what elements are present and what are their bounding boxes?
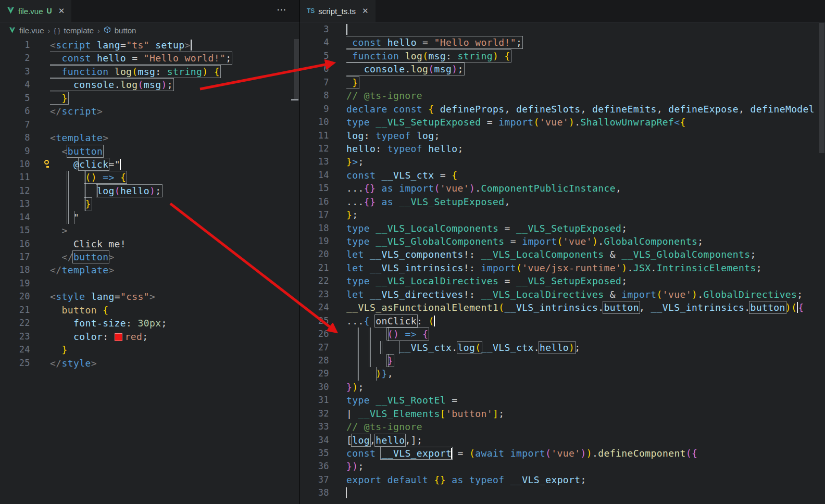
code-line[interactable]: 5 function log(msg: string) { bbox=[300, 49, 825, 62]
code-line[interactable]: 8<template> bbox=[0, 131, 299, 144]
code-line[interactable]: 28 } bbox=[300, 354, 825, 367]
code-line[interactable]: 9declare const { defineProps, defineSlot… bbox=[300, 103, 825, 116]
tab-file-vue[interactable]: file.vue U ✕ bbox=[0, 0, 71, 22]
scrollbar-thumb[interactable] bbox=[819, 23, 824, 153]
code-line[interactable]: 13 } bbox=[0, 197, 299, 210]
code-line[interactable]: 10type __VLS_SetupExposed = import('vue'… bbox=[300, 116, 825, 129]
scrollbar-thumb[interactable] bbox=[294, 39, 299, 100]
code-text: <button bbox=[50, 145, 299, 158]
code-text: declare const { defineProps, defineSlots… bbox=[346, 103, 825, 116]
line-number: 34 bbox=[300, 434, 329, 447]
code-line[interactable]: 21 button { bbox=[0, 304, 299, 317]
code-line[interactable]: 17 </button> bbox=[0, 250, 299, 263]
code-line[interactable]: 4 console.log(msg); bbox=[0, 78, 299, 91]
code-line[interactable]: 22type __VLS_LocalDirectives = __VLS_Set… bbox=[300, 274, 825, 287]
code-text: log: typeof log; bbox=[346, 129, 825, 142]
code-line[interactable]: 11log: typeof log; bbox=[300, 129, 825, 142]
close-icon[interactable]: ✕ bbox=[58, 6, 65, 16]
code-line[interactable]: 29 )}, bbox=[300, 367, 825, 380]
code-line[interactable]: 22 font-size: 30px; bbox=[0, 317, 299, 330]
code-line[interactable]: 20<style lang="css"> bbox=[0, 290, 299, 303]
code-line[interactable]: 17}; bbox=[300, 208, 825, 221]
code-line[interactable]: 14const __VLS_ctx = { bbox=[300, 169, 825, 182]
tab-script-ts[interactable]: TS script_ts.ts ✕ bbox=[300, 0, 376, 22]
code-line[interactable]: 26 () => { bbox=[300, 327, 825, 341]
code-line[interactable]: 30}); bbox=[300, 381, 825, 394]
code-line[interactable]: 4 const hello = "Hello world!"; bbox=[300, 36, 825, 49]
text-cursor bbox=[434, 316, 435, 326]
code-line[interactable]: 6 console.log(msg); bbox=[300, 62, 825, 75]
code-line[interactable]: 36}); bbox=[300, 460, 825, 473]
code-line[interactable]: 3 bbox=[300, 23, 825, 36]
code-line[interactable]: 35const __VLS_export = (await import('vu… bbox=[300, 447, 825, 460]
breadcrumb-file[interactable]: file.vue bbox=[19, 26, 44, 35]
code-line[interactable]: 16 Click me! bbox=[0, 237, 299, 250]
code-line[interactable]: 25...{ onClick: ( bbox=[300, 314, 825, 327]
code-text: }; bbox=[346, 208, 825, 221]
editor-pane-left: file.vue U ✕ ⋯ file.vue › { } template › bbox=[0, 0, 299, 504]
code-line[interactable]: 20let __VLS_components!: __VLS_LocalComp… bbox=[300, 248, 825, 261]
vue-icon bbox=[9, 26, 16, 35]
code-line[interactable]: 38 bbox=[300, 486, 825, 499]
code-line[interactable]: 14 " bbox=[0, 211, 299, 224]
code-line[interactable]: 2 const hello = "Hello world!"; bbox=[0, 52, 299, 65]
typescript-icon: TS bbox=[307, 7, 315, 15]
close-icon[interactable]: ✕ bbox=[362, 6, 369, 16]
text-cursor bbox=[120, 159, 121, 170]
line-number: 3 bbox=[300, 23, 329, 36]
code-line[interactable]: 16...{} as __VLS_SetupExposed, bbox=[300, 195, 825, 208]
code-line[interactable]: 18</template> bbox=[0, 263, 299, 276]
editor-actions-more-icon[interactable]: ⋯ bbox=[277, 4, 287, 16]
code-line[interactable]: 7 } bbox=[300, 76, 825, 89]
code-line[interactable]: 32| __VLS_Elements['button']; bbox=[300, 407, 825, 420]
breadcrumb-template[interactable]: template bbox=[64, 26, 94, 35]
code-line[interactable]: 10 @click=" bbox=[0, 158, 299, 171]
code-line[interactable]: 37export default {} as typeof __VLS_expo… bbox=[300, 473, 825, 486]
line-number: 12 bbox=[300, 142, 329, 155]
code-line[interactable]: 1<script lang="ts" setup> bbox=[0, 39, 299, 52]
lightbulb-icon[interactable] bbox=[44, 160, 49, 165]
code-text: font-size: 30px; bbox=[50, 317, 299, 330]
code-text: type __VLS_LocalDirectives = __VLS_Setup… bbox=[346, 274, 825, 287]
code-line[interactable]: 18type __VLS_LocalComponents = __VLS_Set… bbox=[300, 222, 825, 235]
code-line[interactable]: 23 color: red; bbox=[0, 330, 299, 343]
code-line[interactable]: 15 > bbox=[0, 224, 299, 237]
code-line[interactable]: 19type __VLS_GlobalComponents = import('… bbox=[300, 235, 825, 248]
code-line[interactable]: 13}>; bbox=[300, 155, 825, 168]
mapping-box-empty bbox=[358, 367, 376, 380]
line-number: 6 bbox=[300, 62, 329, 75]
code-line[interactable]: 33// @ts-ignore bbox=[300, 420, 825, 433]
breadcrumb-button[interactable]: button bbox=[115, 26, 136, 35]
code-line[interactable]: 19 bbox=[0, 277, 299, 290]
code-line[interactable]: 27 __VLS_ctx.log(__VLS_ctx.hello); bbox=[300, 341, 825, 354]
code-line[interactable]: 9 <button bbox=[0, 145, 299, 158]
code-text: type __VLS_GlobalComponents = import('vu… bbox=[346, 235, 825, 248]
tab-label: file.vue bbox=[18, 7, 43, 16]
code-line[interactable]: 24 } bbox=[0, 343, 299, 356]
code-text: let __VLS_intrinsics!: import('vue/jsx-r… bbox=[346, 261, 825, 274]
line-number: 17 bbox=[300, 208, 329, 221]
color-swatch[interactable] bbox=[115, 333, 122, 341]
editor-pane-right: TS script_ts.ts ✕ 34 const hello = "Hell… bbox=[300, 0, 825, 504]
line-number: 33 bbox=[300, 420, 329, 433]
code-line[interactable]: 34[log,hello,]; bbox=[300, 434, 825, 447]
mapping-box: } bbox=[346, 77, 358, 88]
code-text: Click me! bbox=[50, 237, 299, 250]
code-line[interactable]: 8// @ts-ignore bbox=[300, 89, 825, 102]
code-line[interactable]: 21let __VLS_intrinsics!: import('vue/jsx… bbox=[300, 261, 825, 274]
code-line[interactable]: 23let __VLS_directives!: __VLS_LocalDire… bbox=[300, 288, 825, 301]
code-line[interactable]: 31type __VLS_RootEl = bbox=[300, 394, 825, 407]
line-number: 18 bbox=[300, 222, 329, 235]
mapping-box-empty bbox=[346, 367, 358, 380]
code-line[interactable]: 25</style> bbox=[0, 357, 299, 370]
code-line[interactable]: 11 () => { bbox=[0, 171, 299, 184]
code-text: color: red; bbox=[50, 330, 299, 343]
code-line[interactable]: 6</script> bbox=[0, 105, 299, 118]
code-line[interactable]: 24__VLS_asFunctionalElement1(__VLS_intri… bbox=[300, 301, 825, 314]
code-line[interactable]: 15...{} as import('vue').ComponentPublic… bbox=[300, 182, 825, 195]
code-line[interactable]: 12hello: typeof hello; bbox=[300, 142, 825, 155]
code-line[interactable]: 5 } bbox=[0, 92, 299, 105]
code-line[interactable]: 12 log(hello); bbox=[0, 184, 299, 197]
code-line[interactable]: 3 function log(msg: string) { bbox=[0, 65, 299, 78]
code-line[interactable]: 7 bbox=[0, 118, 299, 131]
